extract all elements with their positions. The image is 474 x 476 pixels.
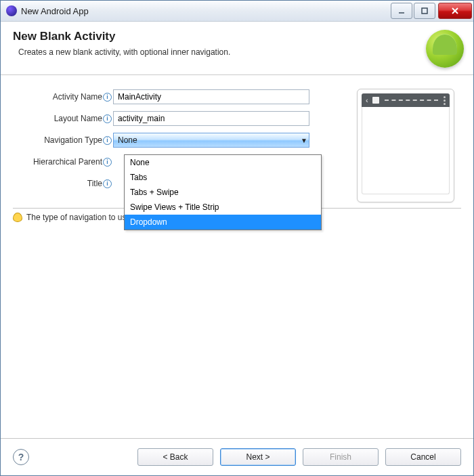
navigation-type-combo[interactable]: None ▼: [113, 133, 309, 148]
info-icon[interactable]: i: [103, 179, 112, 188]
info-icon[interactable]: i: [103, 158, 112, 167]
title-label: Titlei: [13, 179, 113, 188]
eclipse-icon: [6, 5, 17, 16]
navigation-type-label: Navigation Typei: [13, 135, 113, 145]
maximize-button[interactable]: [414, 3, 435, 19]
title-placeholder-icon: [385, 100, 438, 101]
navigation-option[interactable]: None: [125, 155, 321, 170]
wizard-title: New Blank Activity: [13, 30, 426, 43]
lightbulb-icon: [13, 213, 22, 222]
cancel-button[interactable]: Cancel: [385, 448, 461, 466]
finish-button[interactable]: Finish: [303, 448, 379, 466]
android-icon: [426, 30, 464, 68]
wizard-window: New Android App New Blank Activity Creat…: [0, 0, 474, 476]
form-area: Activity Namei Layout Namei Navigation T…: [1, 75, 473, 205]
help-icon[interactable]: ?: [13, 449, 29, 465]
minimize-button[interactable]: [391, 3, 412, 19]
close-button[interactable]: [438, 3, 472, 19]
navigation-type-value: None: [114, 135, 299, 145]
activity-name-input[interactable]: [113, 89, 309, 104]
chevron-down-icon: ▼: [299, 137, 309, 144]
wizard-content: Activity Namei Layout Namei Navigation T…: [1, 75, 473, 438]
info-icon[interactable]: i: [103, 136, 112, 145]
info-icon[interactable]: i: [103, 114, 112, 123]
wizard-footer: ? < Back Next > Finish Cancel: [1, 438, 473, 475]
wizard-header-text: New Blank Activity Creates a new blank a…: [13, 28, 426, 57]
next-button[interactable]: Next >: [220, 448, 296, 466]
app-launcher-icon: [372, 97, 379, 104]
window-title: New Android App: [21, 6, 389, 16]
preview-actionbar: ‹: [362, 93, 450, 107]
window-controls: [389, 3, 472, 19]
overflow-menu-icon: [444, 96, 446, 105]
activity-name-row: Activity Namei: [13, 87, 346, 106]
back-chevron-icon: ‹: [366, 96, 368, 104]
form-fields: Activity Namei Layout Namei Navigation T…: [13, 87, 346, 196]
svg-rect-1: [422, 8, 427, 14]
navigation-option[interactable]: Tabs: [125, 170, 321, 185]
layout-name-row: Layout Namei: [13, 109, 346, 128]
layout-name-label: Layout Namei: [13, 114, 113, 123]
wizard-header: New Blank Activity Creates a new blank a…: [1, 22, 473, 75]
navigation-option[interactable]: Dropdown: [125, 215, 321, 230]
navigation-type-dropdown[interactable]: NoneTabsTabs + SwipeSwipe Views + Title …: [124, 154, 322, 230]
layout-preview: ‹: [357, 89, 454, 202]
layout-name-input[interactable]: [113, 111, 309, 126]
info-icon[interactable]: i: [103, 93, 112, 102]
navigation-type-row: Navigation Typei None ▼: [13, 131, 346, 150]
back-button[interactable]: < Back: [137, 448, 213, 466]
navigation-option[interactable]: Swipe Views + Title Strip: [125, 200, 321, 215]
navigation-option[interactable]: Tabs + Swipe: [125, 185, 321, 200]
titlebar[interactable]: New Android App: [1, 1, 473, 22]
hierarchical-parent-label: Hierarchical Parenti: [13, 157, 113, 167]
wizard-description: Creates a new blank activity, with optio…: [18, 47, 426, 57]
activity-name-label: Activity Namei: [13, 92, 113, 102]
preview-body: [362, 107, 450, 194]
